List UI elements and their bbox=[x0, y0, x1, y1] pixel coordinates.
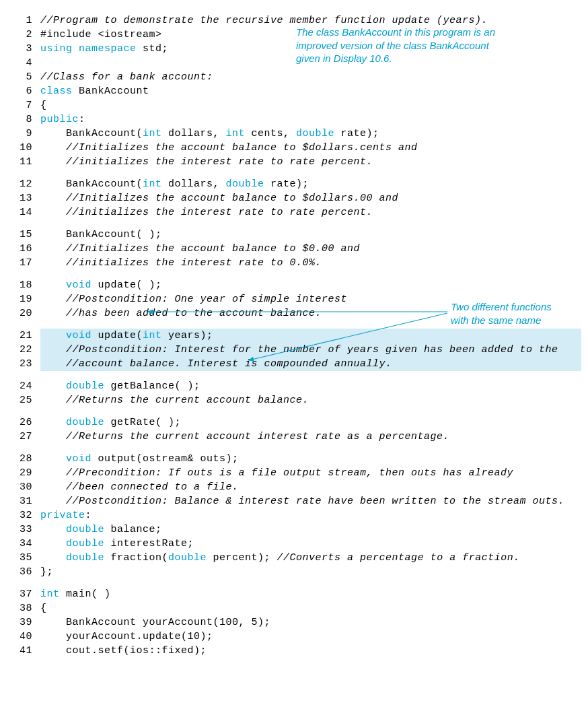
code-line: 9 BankAccount(int dollars, int cents, do… bbox=[7, 127, 581, 141]
annotation-class-info: The class BankAccount in this program is… bbox=[296, 26, 565, 65]
code-line: 11 //initializes the interest rate to ra… bbox=[7, 155, 581, 169]
code-text: double getBalance( ); bbox=[40, 379, 581, 393]
code-text: class BankAccount bbox=[40, 84, 581, 98]
code-line: 39 BankAccount yourAccount(100, 5); bbox=[7, 615, 581, 630]
code-text: public: bbox=[40, 112, 581, 127]
line-number: 16 bbox=[7, 242, 40, 256]
code-line: 35 double fraction(double percent); //Co… bbox=[7, 551, 581, 565]
code-text: double getRate( ); bbox=[40, 415, 581, 430]
line-number: 15 bbox=[7, 228, 40, 242]
line-number: 32 bbox=[7, 508, 40, 523]
code-text: //initializes the interest rate to 0.0%. bbox=[40, 256, 581, 270]
line-number: 19 bbox=[7, 292, 40, 306]
code-line: 13 //Initializes the account balance to … bbox=[7, 191, 581, 205]
line-number: 38 bbox=[7, 601, 40, 615]
line-number: 6 bbox=[7, 84, 40, 98]
code-text: yourAccount.update(10); bbox=[40, 630, 581, 644]
line-number: 10 bbox=[7, 141, 40, 155]
line-number: 36 bbox=[7, 565, 40, 579]
code-text: private: bbox=[40, 508, 581, 523]
line-number: 21 bbox=[7, 329, 40, 343]
code-line: 26 double getRate( ); bbox=[7, 415, 581, 430]
line-number: 23 bbox=[7, 357, 40, 371]
code-text: double interestRate; bbox=[40, 537, 581, 551]
line-number: 11 bbox=[7, 155, 40, 169]
code-line-highlighted: 23 //account balance. Interest is compou… bbox=[7, 357, 581, 371]
line-number: 34 bbox=[7, 537, 40, 551]
line-number: 28 bbox=[7, 452, 40, 466]
line-number: 5 bbox=[7, 70, 40, 84]
code-line: 41 cout.setf(ios::fixed); bbox=[7, 644, 581, 658]
line-number: 24 bbox=[7, 379, 40, 393]
code-line: 29 //Precondition: If outs is a file out… bbox=[7, 466, 581, 480]
line-number: 41 bbox=[7, 644, 40, 658]
code-text: BankAccount(int dollars, int cents, doub… bbox=[40, 127, 581, 141]
code-text: double balance; bbox=[40, 523, 581, 537]
line-number: 22 bbox=[7, 343, 40, 357]
line-number: 1 bbox=[7, 13, 40, 28]
code-line: 17 //initializes the interest rate to 0.… bbox=[7, 256, 581, 270]
code-text: //been connected to a file. bbox=[40, 480, 581, 494]
line-number: 3 bbox=[7, 42, 40, 56]
code-text: { bbox=[40, 98, 581, 112]
line-number: 2 bbox=[7, 28, 40, 42]
code-line: 14 //initializes the interest rate to ra… bbox=[7, 205, 581, 220]
code-text: //initializes the interest rate to rate … bbox=[40, 205, 581, 220]
annotation-overload: Two different functions with the same na… bbox=[451, 300, 585, 327]
code-line: 24 double getBalance( ); bbox=[7, 379, 581, 393]
code-text: //Returns the current account balance. bbox=[40, 393, 581, 407]
code-text: //Returns the current account interest r… bbox=[40, 430, 581, 444]
code-text: //Initializes the account balance to $do… bbox=[40, 141, 581, 155]
code-text: //Postcondition: Balance & interest rate… bbox=[40, 494, 581, 508]
line-number: 31 bbox=[7, 494, 40, 508]
line-number: 27 bbox=[7, 430, 40, 444]
code-text: //Initializes the account balance to $do… bbox=[40, 191, 581, 205]
code-line-highlighted: 21 void update(int years); bbox=[7, 329, 581, 343]
line-number: 14 bbox=[7, 205, 40, 220]
code-line: 6class BankAccount bbox=[7, 84, 581, 98]
line-number: 35 bbox=[7, 551, 40, 565]
code-text: //Precondition: If outs is a file output… bbox=[40, 466, 581, 480]
code-text: }; bbox=[40, 565, 581, 579]
line-number: 20 bbox=[7, 306, 40, 321]
code-line: 25 //Returns the current account balance… bbox=[7, 393, 581, 407]
line-number: 26 bbox=[7, 415, 40, 430]
code-line: 10 //Initializes the account balance to … bbox=[7, 141, 581, 155]
line-number: 7 bbox=[7, 98, 40, 112]
code-text: //account balance. Interest is compounde… bbox=[40, 357, 581, 371]
line-number: 25 bbox=[7, 393, 40, 407]
code-text: //Class for a bank account: bbox=[40, 70, 581, 84]
code-text: BankAccount( ); bbox=[40, 228, 581, 242]
code-text: BankAccount(int dollars, double rate); bbox=[40, 177, 581, 191]
line-number: 9 bbox=[7, 127, 40, 141]
code-block: 1//Program to demonstrate the recursive … bbox=[7, 13, 581, 658]
code-line: 18 void update( ); bbox=[7, 278, 581, 292]
code-text: //Postcondition: Interest for the number… bbox=[40, 343, 581, 357]
code-line: 33 double balance; bbox=[7, 523, 581, 537]
code-line: 40 yourAccount.update(10); bbox=[7, 630, 581, 644]
code-line: 34 double interestRate; bbox=[7, 537, 581, 551]
code-text: double fraction(double percent); //Conve… bbox=[40, 551, 581, 565]
code-line: 38{ bbox=[7, 601, 581, 615]
code-text: { bbox=[40, 601, 581, 615]
line-number: 30 bbox=[7, 480, 40, 494]
code-line: 27 //Returns the current account interes… bbox=[7, 430, 581, 444]
line-number: 4 bbox=[7, 56, 40, 70]
code-text: int main( ) bbox=[40, 587, 581, 601]
line-number: 18 bbox=[7, 278, 40, 292]
code-line: 7{ bbox=[7, 98, 581, 112]
code-line: 37int main( ) bbox=[7, 587, 581, 601]
code-line: 30 //been connected to a file. bbox=[7, 480, 581, 494]
line-number: 39 bbox=[7, 615, 40, 630]
line-number: 8 bbox=[7, 112, 40, 127]
line-number: 40 bbox=[7, 630, 40, 644]
line-number: 17 bbox=[7, 256, 40, 270]
code-line: 16 //Initializes the account balance to … bbox=[7, 242, 581, 256]
line-number: 12 bbox=[7, 177, 40, 191]
code-line: 8public: bbox=[7, 112, 581, 127]
line-number: 37 bbox=[7, 587, 40, 601]
code-line: 5//Class for a bank account: bbox=[7, 70, 581, 84]
code-text: //initializes the interest rate to rate … bbox=[40, 155, 581, 169]
code-text: //Initializes the account balance to $0.… bbox=[40, 242, 581, 256]
code-text: void update(int years); bbox=[40, 329, 581, 343]
